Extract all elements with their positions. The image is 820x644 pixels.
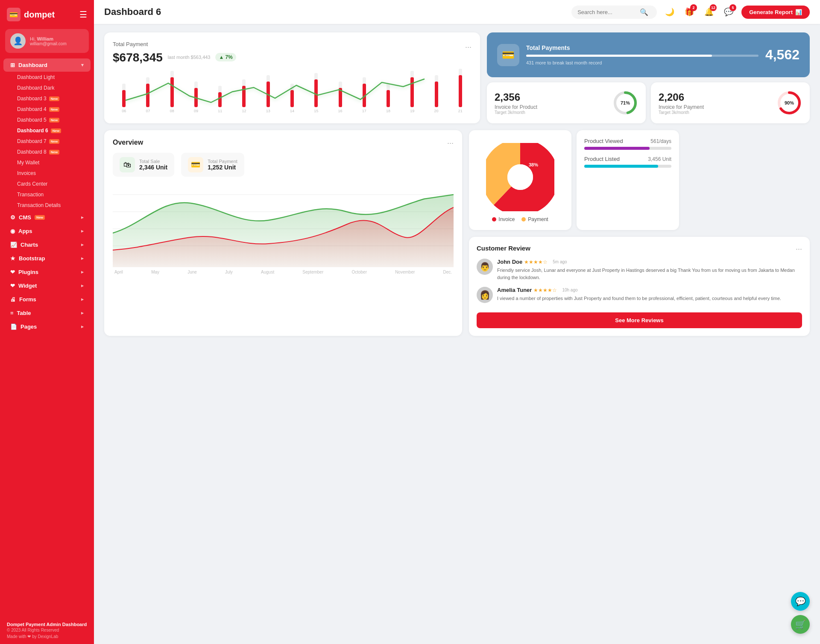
cart-fab[interactable]: 🛒 <box>791 615 810 634</box>
stat-total-payment: 💳 Total Payment 1,252 Unit <box>181 153 244 177</box>
donut-label-2: 90% <box>785 100 794 105</box>
product-listed-bar <box>584 165 658 168</box>
chevron-right-icon: ▸ <box>81 297 84 302</box>
product-stats-card: Product Viewed 561/days Product Listed 3… <box>577 130 679 230</box>
bar-label: 14 <box>290 109 294 113</box>
chevron-right-icon: ▸ <box>81 215 84 220</box>
search-input[interactable] <box>577 9 637 15</box>
overview-more-icon[interactable]: ··· <box>447 139 454 148</box>
chevron-right-icon: ▸ <box>81 256 84 261</box>
greeting: Hi, William <box>30 36 67 41</box>
bar-group: 17 <box>353 77 375 113</box>
bar-group: 06 <box>113 84 135 113</box>
reviewer-1-text: Friendly service Josh, Lunar and everyon… <box>497 267 802 281</box>
footer-copy: © 2023 All Rights Reserved <box>7 628 87 632</box>
sidebar-item-charts[interactable]: 📈 Charts ▸ <box>3 238 91 251</box>
sidebar-subitem-my-wallet[interactable]: My Wallet <box>3 157 91 168</box>
product-viewed-value: 561/days <box>650 138 671 144</box>
hamburger-icon[interactable]: ☰ <box>79 9 87 20</box>
reviewer-1-avatar: 👨 <box>477 259 493 275</box>
chevron-right-icon: ▸ <box>81 228 84 234</box>
sidebar-item-pages[interactable]: 📄 Pages ▸ <box>3 320 91 333</box>
generate-report-button[interactable]: Generate Report 📊 <box>741 6 810 19</box>
sidebar-item-cms[interactable]: ⚙ CMS New ▸ <box>3 211 91 224</box>
bar-group: 08 <box>161 71 183 113</box>
more-options-icon[interactable]: ... <box>465 41 472 50</box>
sidebar-subitem-dashboard-4[interactable]: Dashboard 4 New <box>3 104 91 114</box>
overview-card: Overview ··· 🛍 Total Sale 2,346 Unit 💳 <box>104 130 462 336</box>
table-icon: ≡ <box>10 310 14 316</box>
payment-label: Payment <box>528 216 548 222</box>
review-more-icon[interactable]: ··· <box>796 245 802 254</box>
sidebar-subitem-dashboard-dark[interactable]: Dashboard Dark <box>3 83 91 93</box>
sidebar-item-plugins[interactable]: ❤ Plugins ▸ <box>3 265 91 279</box>
stat-total-sale: 🛍 Total Sale 2,346 Unit <box>113 153 174 177</box>
bar-group: 11 <box>209 86 231 113</box>
chat-fab[interactable]: 💬 <box>791 592 810 611</box>
sidebar-subitem-dashboard-6[interactable]: Dashboard 6 New <box>3 125 91 136</box>
apps-icon: ◉ <box>10 228 15 234</box>
blue-card-info: Total Payments 431 more to break last mo… <box>526 44 758 65</box>
chevron-right-icon: ▸ <box>81 324 84 329</box>
x-label-april: April <box>114 270 123 274</box>
customer-review-card: Customer Review ··· 👨 John Doe ★★★★☆ 5m … <box>469 237 810 336</box>
trend-value: 7% <box>225 54 232 60</box>
message-badge: 5 <box>729 4 736 11</box>
search-icon[interactable]: 🔍 <box>640 8 648 16</box>
sidebar-item-bootstrap[interactable]: ★ Bootstrap ▸ <box>3 252 91 265</box>
reviewer-1-time: 5m ago <box>553 259 567 264</box>
sidebar-subitem-invoices[interactable]: Invoices <box>3 168 91 178</box>
sidebar-item-widget[interactable]: ❤ Widget ▸ <box>3 279 91 292</box>
sidebar-subitem-dashboard-light[interactable]: Dashboard Light <box>3 72 91 82</box>
avatar: 👤 <box>10 33 26 49</box>
see-more-reviews-button[interactable]: See More Reviews <box>477 312 802 328</box>
bar-group: 15 <box>305 73 327 113</box>
bell-icon-btn[interactable]: 🔔 12 <box>701 4 717 20</box>
sidebar-item-table[interactable]: ≡ Table ▸ <box>3 306 91 320</box>
gift-icon-btn[interactable]: 🎁 2 <box>682 4 697 20</box>
sidebar-subitem-dashboard-3[interactable]: Dashboard 3 New <box>3 93 91 104</box>
pie-chart-wrap: 62% 38% <box>477 143 564 211</box>
sidebar-item-label: Table <box>17 310 31 316</box>
sidebar-item-label: Widget <box>18 283 37 289</box>
product-listed-value: 3,456 Unit <box>648 156 671 162</box>
invoice-product-value: 2,356 <box>495 91 537 103</box>
sidebar-header: 💳 dompet ☰ <box>0 0 94 29</box>
sidebar-subitem-dashboard-7[interactable]: Dashboard 7 New <box>3 136 91 146</box>
bar-label: 13 <box>266 109 270 113</box>
bar-foreground <box>314 79 318 107</box>
moon-icon-btn[interactable]: 🌙 <box>662 4 677 20</box>
bar-group: 19 <box>401 71 423 113</box>
sidebar-subitem-dashboard-5[interactable]: Dashboard 5 New <box>3 115 91 125</box>
sidebar-subitem-transaction[interactable]: Transaction <box>3 189 91 200</box>
review-item-1: 👨 John Doe ★★★★☆ 5m ago Friendly service… <box>477 259 802 281</box>
sidebar-item-label: Plugins <box>18 269 38 275</box>
bar-background <box>218 86 222 107</box>
footer-made: Made with ❤ by DexignLab <box>7 634 87 639</box>
bar-foreground <box>363 84 366 107</box>
sidebar-subitem-transaction-details[interactable]: Transaction Details <box>3 200 91 210</box>
sale-icon: 🛍 <box>120 157 135 172</box>
product-listed-label: Product Listed <box>584 156 620 162</box>
total-payments-blue-card: 💳 Total Payments 431 more to break last … <box>487 32 810 77</box>
invoice-payment-label: Invoice for Payment <box>659 104 704 110</box>
bar-label: 08 <box>170 109 174 113</box>
donut-label: 71% <box>621 100 630 105</box>
reviewer-1-stars: ★★★★☆ <box>524 259 548 265</box>
bar-foreground <box>170 77 174 107</box>
sidebar-item-apps[interactable]: ◉ Apps ▸ <box>3 224 91 238</box>
bar-label: 19 <box>410 109 414 113</box>
sidebar-item-dashboard[interactable]: ⊞ Dashboard ▾ <box>3 58 91 72</box>
sidebar-item-forms[interactable]: 🖨 Forms ▸ <box>3 293 91 306</box>
message-icon-btn[interactable]: 💬 5 <box>721 4 736 20</box>
sidebar-nav: ⊞ Dashboard ▾ Dashboard Light Dashboard … <box>0 58 94 617</box>
sidebar-subitem-cards-center[interactable]: Cards Center <box>3 179 91 189</box>
row-2: Overview ··· 🛍 Total Sale 2,346 Unit 💳 <box>104 130 810 336</box>
sidebar-item-label: CMS <box>19 214 31 221</box>
chart-icon: 📊 <box>795 9 802 15</box>
sidebar-subitem-dashboard-8[interactable]: Dashboard 8 New <box>3 147 91 157</box>
overview-title: Overview <box>113 139 143 146</box>
generate-label: Generate Report <box>749 9 793 15</box>
bar-group: 09 <box>185 82 207 113</box>
legend-invoice: Invoice <box>492 216 515 222</box>
